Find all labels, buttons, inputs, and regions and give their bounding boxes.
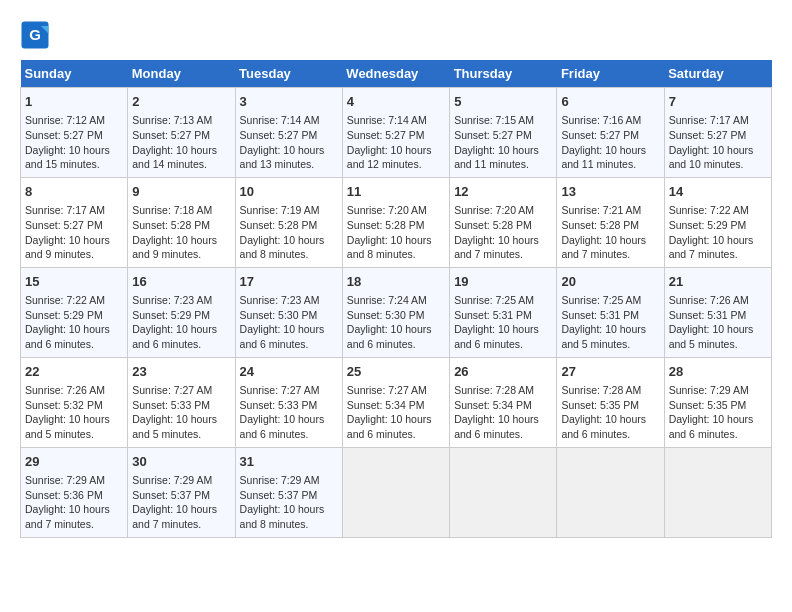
sunset-text: Sunset: 5:35 PM	[561, 398, 659, 413]
calendar-cell: 11Sunrise: 7:20 AMSunset: 5:28 PMDayligh…	[342, 177, 449, 267]
daylight-text: Daylight: 10 hours and 6 minutes.	[132, 322, 230, 351]
sunrise-text: Sunrise: 7:21 AM	[561, 203, 659, 218]
sunrise-text: Sunrise: 7:23 AM	[132, 293, 230, 308]
day-number: 2	[132, 93, 230, 111]
sunset-text: Sunset: 5:27 PM	[454, 128, 552, 143]
day-number: 4	[347, 93, 445, 111]
sunset-text: Sunset: 5:34 PM	[454, 398, 552, 413]
calendar-cell: 9Sunrise: 7:18 AMSunset: 5:28 PMDaylight…	[128, 177, 235, 267]
sunrise-text: Sunrise: 7:23 AM	[240, 293, 338, 308]
day-number: 8	[25, 183, 123, 201]
sunrise-text: Sunrise: 7:29 AM	[132, 473, 230, 488]
daylight-text: Daylight: 10 hours and 14 minutes.	[132, 143, 230, 172]
page-header: G	[20, 20, 772, 50]
calendar-cell: 8Sunrise: 7:17 AMSunset: 5:27 PMDaylight…	[21, 177, 128, 267]
sunrise-text: Sunrise: 7:26 AM	[669, 293, 767, 308]
sunset-text: Sunset: 5:28 PM	[347, 218, 445, 233]
calendar-cell: 27Sunrise: 7:28 AMSunset: 5:35 PMDayligh…	[557, 357, 664, 447]
sunrise-text: Sunrise: 7:29 AM	[669, 383, 767, 398]
daylight-text: Daylight: 10 hours and 6 minutes.	[561, 412, 659, 441]
sunset-text: Sunset: 5:28 PM	[454, 218, 552, 233]
day-number: 13	[561, 183, 659, 201]
day-number: 9	[132, 183, 230, 201]
header-cell-saturday: Saturday	[664, 60, 771, 88]
week-row-3: 15Sunrise: 7:22 AMSunset: 5:29 PMDayligh…	[21, 267, 772, 357]
calendar-cell: 29Sunrise: 7:29 AMSunset: 5:36 PMDayligh…	[21, 447, 128, 537]
day-number: 11	[347, 183, 445, 201]
daylight-text: Daylight: 10 hours and 5 minutes.	[669, 322, 767, 351]
sunrise-text: Sunrise: 7:22 AM	[669, 203, 767, 218]
week-row-1: 1Sunrise: 7:12 AMSunset: 5:27 PMDaylight…	[21, 88, 772, 178]
calendar-cell: 7Sunrise: 7:17 AMSunset: 5:27 PMDaylight…	[664, 88, 771, 178]
logo-icon: G	[20, 20, 50, 50]
day-number: 29	[25, 453, 123, 471]
sunset-text: Sunset: 5:29 PM	[669, 218, 767, 233]
daylight-text: Daylight: 10 hours and 9 minutes.	[132, 233, 230, 262]
day-number: 24	[240, 363, 338, 381]
daylight-text: Daylight: 10 hours and 8 minutes.	[240, 233, 338, 262]
sunrise-text: Sunrise: 7:25 AM	[454, 293, 552, 308]
day-number: 31	[240, 453, 338, 471]
week-row-5: 29Sunrise: 7:29 AMSunset: 5:36 PMDayligh…	[21, 447, 772, 537]
sunrise-text: Sunrise: 7:24 AM	[347, 293, 445, 308]
calendar-cell: 28Sunrise: 7:29 AMSunset: 5:35 PMDayligh…	[664, 357, 771, 447]
day-number: 3	[240, 93, 338, 111]
calendar-cell: 24Sunrise: 7:27 AMSunset: 5:33 PMDayligh…	[235, 357, 342, 447]
daylight-text: Daylight: 10 hours and 9 minutes.	[25, 233, 123, 262]
sunrise-text: Sunrise: 7:27 AM	[347, 383, 445, 398]
day-number: 16	[132, 273, 230, 291]
daylight-text: Daylight: 10 hours and 6 minutes.	[240, 412, 338, 441]
header-cell-friday: Friday	[557, 60, 664, 88]
day-number: 7	[669, 93, 767, 111]
daylight-text: Daylight: 10 hours and 6 minutes.	[454, 412, 552, 441]
header-cell-sunday: Sunday	[21, 60, 128, 88]
calendar-cell: 1Sunrise: 7:12 AMSunset: 5:27 PMDaylight…	[21, 88, 128, 178]
sunrise-text: Sunrise: 7:16 AM	[561, 113, 659, 128]
sunset-text: Sunset: 5:30 PM	[347, 308, 445, 323]
header-cell-thursday: Thursday	[450, 60, 557, 88]
sunrise-text: Sunrise: 7:14 AM	[240, 113, 338, 128]
daylight-text: Daylight: 10 hours and 6 minutes.	[25, 322, 123, 351]
sunrise-text: Sunrise: 7:12 AM	[25, 113, 123, 128]
day-number: 10	[240, 183, 338, 201]
sunrise-text: Sunrise: 7:15 AM	[454, 113, 552, 128]
sunset-text: Sunset: 5:31 PM	[669, 308, 767, 323]
daylight-text: Daylight: 10 hours and 13 minutes.	[240, 143, 338, 172]
calendar-cell: 25Sunrise: 7:27 AMSunset: 5:34 PMDayligh…	[342, 357, 449, 447]
day-number: 19	[454, 273, 552, 291]
week-row-2: 8Sunrise: 7:17 AMSunset: 5:27 PMDaylight…	[21, 177, 772, 267]
day-number: 28	[669, 363, 767, 381]
sunrise-text: Sunrise: 7:29 AM	[25, 473, 123, 488]
sunrise-text: Sunrise: 7:27 AM	[132, 383, 230, 398]
day-number: 22	[25, 363, 123, 381]
sunset-text: Sunset: 5:28 PM	[240, 218, 338, 233]
sunset-text: Sunset: 5:27 PM	[132, 128, 230, 143]
sunset-text: Sunset: 5:27 PM	[561, 128, 659, 143]
daylight-text: Daylight: 10 hours and 8 minutes.	[240, 502, 338, 531]
sunset-text: Sunset: 5:37 PM	[132, 488, 230, 503]
sunset-text: Sunset: 5:28 PM	[132, 218, 230, 233]
day-number: 6	[561, 93, 659, 111]
daylight-text: Daylight: 10 hours and 11 minutes.	[454, 143, 552, 172]
logo: G	[20, 20, 54, 50]
day-number: 23	[132, 363, 230, 381]
sunset-text: Sunset: 5:28 PM	[561, 218, 659, 233]
daylight-text: Daylight: 10 hours and 7 minutes.	[25, 502, 123, 531]
calendar-cell	[664, 447, 771, 537]
daylight-text: Daylight: 10 hours and 8 minutes.	[347, 233, 445, 262]
header-cell-tuesday: Tuesday	[235, 60, 342, 88]
sunrise-text: Sunrise: 7:29 AM	[240, 473, 338, 488]
sunrise-text: Sunrise: 7:20 AM	[454, 203, 552, 218]
sunset-text: Sunset: 5:27 PM	[240, 128, 338, 143]
sunset-text: Sunset: 5:27 PM	[25, 128, 123, 143]
sunset-text: Sunset: 5:29 PM	[132, 308, 230, 323]
daylight-text: Daylight: 10 hours and 6 minutes.	[347, 412, 445, 441]
sunset-text: Sunset: 5:33 PM	[132, 398, 230, 413]
header-cell-wednesday: Wednesday	[342, 60, 449, 88]
calendar-cell: 30Sunrise: 7:29 AMSunset: 5:37 PMDayligh…	[128, 447, 235, 537]
sunrise-text: Sunrise: 7:22 AM	[25, 293, 123, 308]
sunset-text: Sunset: 5:36 PM	[25, 488, 123, 503]
sunrise-text: Sunrise: 7:14 AM	[347, 113, 445, 128]
daylight-text: Daylight: 10 hours and 6 minutes.	[240, 322, 338, 351]
day-number: 18	[347, 273, 445, 291]
